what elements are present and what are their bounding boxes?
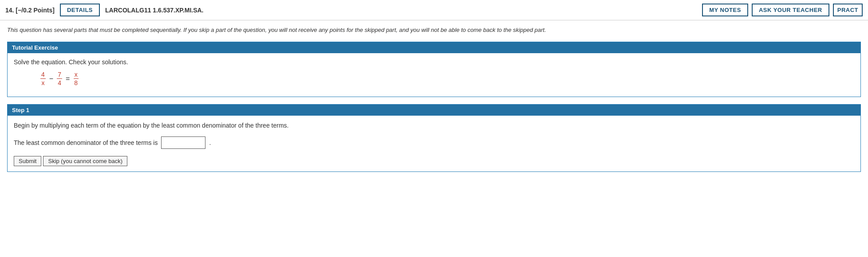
- fraction-1-denominator: x: [40, 79, 45, 87]
- ask-teacher-button[interactable]: ASK YOUR TEACHER: [752, 4, 829, 16]
- fraction-3-numerator: x: [74, 71, 79, 79]
- tutorial-content: Solve the equation. Check your solutions…: [8, 53, 860, 97]
- fraction-2-numerator: 7: [57, 71, 62, 79]
- question-number: 14. [−/0.2 Points]: [5, 7, 55, 14]
- problem-statement: Solve the equation. Check your solutions…: [14, 58, 854, 66]
- skip-button[interactable]: Skip (you cannot come back): [43, 156, 127, 166]
- header-bar: 14. [−/0.2 Points] DETAILS LARCOLALG11 1…: [0, 0, 868, 20]
- button-row: Submit Skip (you cannot come back): [14, 156, 854, 166]
- step1-content: Begin by multiplying each term of the eq…: [8, 116, 860, 171]
- lcd-answer-input[interactable]: [161, 136, 205, 149]
- step1-section: Step 1 Begin by multiplying each term of…: [7, 104, 861, 172]
- practice-button[interactable]: PRACT: [833, 4, 863, 16]
- fraction-2-denominator: 4: [57, 79, 62, 87]
- step1-instruction: Begin by multiplying each term of the eq…: [14, 121, 854, 130]
- lcd-question-suffix: .: [209, 139, 211, 146]
- fraction-3: x 8: [73, 71, 79, 87]
- my-notes-button[interactable]: MY NOTES: [702, 4, 748, 16]
- question-id: LARCOLALG11 1.6.537.XP.MI.SA.: [105, 7, 697, 14]
- fraction-1: 4 x: [40, 71, 46, 87]
- content-area: This question has several parts that mus…: [0, 20, 868, 184]
- details-button[interactable]: DETAILS: [60, 4, 100, 16]
- fraction-1-numerator: 4: [40, 71, 46, 79]
- header-actions: MY NOTES ASK YOUR TEACHER PRACT: [702, 4, 863, 16]
- tutorial-header: Tutorial Exercise: [8, 42, 860, 53]
- tutorial-exercise-section: Tutorial Exercise Solve the equation. Ch…: [7, 42, 861, 97]
- submit-button[interactable]: Submit: [14, 156, 41, 166]
- instruction-text: This question has several parts that mus…: [7, 26, 861, 35]
- equation-container: 4 x − 7 4 = x 8: [40, 71, 854, 87]
- fraction-2: 7 4: [57, 71, 62, 87]
- step1-header: Step 1: [8, 105, 860, 116]
- equals-sign: =: [66, 75, 70, 83]
- lcd-question-prefix: The least common denominator of the thre…: [14, 139, 158, 146]
- operator-minus: −: [49, 75, 53, 83]
- fraction-3-denominator: 8: [73, 79, 79, 87]
- lcd-question: The least common denominator of the thre…: [14, 136, 854, 149]
